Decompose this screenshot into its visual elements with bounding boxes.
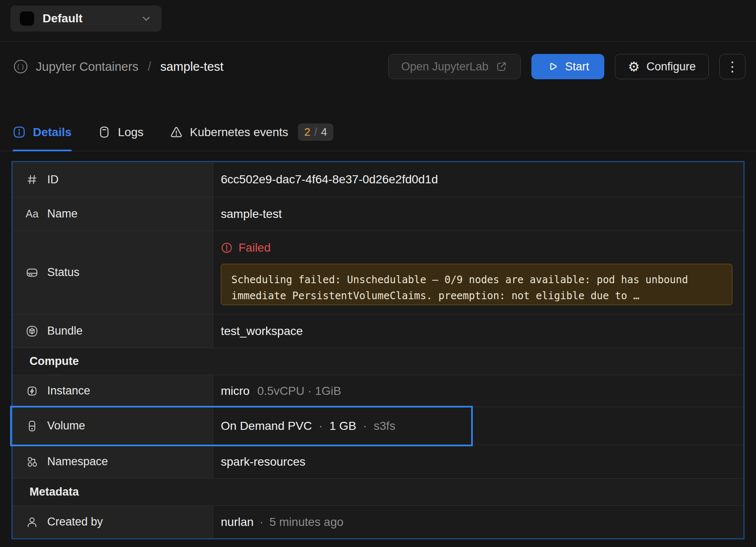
volume-size: 1 GB <box>330 419 357 433</box>
row-bundle: Bundle test_workspace <box>13 314 743 348</box>
namespace-icon <box>25 456 39 468</box>
instance-specs: 0.5vCPU · 1GiB <box>257 384 341 398</box>
instance-label-cell: Instance <box>13 375 213 407</box>
id-value: 6cc502e9-dac7-4f64-8e37-0d26e2fd0d1d <box>213 162 743 197</box>
created-by-label: Created by <box>47 515 103 528</box>
row-status: Status Failed Scheduling failed: Unsched… <box>13 231 743 314</box>
status-label-cell: Status <box>13 231 213 314</box>
namespace-value: spark-resources <box>213 445 743 478</box>
created-by-value-cell: nurlan · 5 minutes ago <box>213 506 743 538</box>
name-label: Name <box>47 207 78 220</box>
volume-label-cell: Volume <box>13 407 213 445</box>
status-drive-icon <box>25 266 39 279</box>
status-value-cell: Failed Scheduling failed: Unschedulable … <box>213 231 743 314</box>
user-icon <box>25 516 39 528</box>
logs-icon <box>98 126 111 139</box>
page-title: sample-test <box>160 60 223 74</box>
text-format-icon: Aa <box>25 208 39 220</box>
start-button[interactable]: Start <box>531 54 604 79</box>
row-namespace: Namespace spark-resources <box>13 445 743 478</box>
kebab-icon: ⋮ <box>726 60 739 73</box>
instance-label: Instance <box>47 384 90 397</box>
chevron-down-icon <box>140 13 152 24</box>
row-id: ID 6cc502e9-dac7-4f64-8e37-0d26e2fd0d1d <box>13 162 743 197</box>
volume-backend: s3fs <box>374 419 395 433</box>
row-instance: Instance micro 0.5vCPU · 1GiB <box>13 375 743 407</box>
id-label: ID <box>47 173 59 186</box>
tab-logs-label: Logs <box>118 126 144 139</box>
configure-button[interactable]: ⚙ Configure <box>615 54 709 79</box>
volume-value-cell: On Demand PVC · 1 GB · s3fs <box>213 407 743 445</box>
open-jupyterlab-button[interactable]: Open JupyterLab <box>388 54 521 79</box>
row-name: Aa Name sample-test <box>13 197 743 231</box>
bundle-icon <box>25 325 39 338</box>
configure-label: Configure <box>646 60 696 73</box>
start-label: Start <box>565 60 589 73</box>
status-error-message: Scheduling failed: Unschedulable — 0/9 n… <box>221 264 732 305</box>
tab-kubernetes-events-label: Kubernetes events <box>190 126 289 139</box>
section-compute: Compute <box>13 348 743 375</box>
workspace-selector[interactable]: Default <box>11 5 161 32</box>
created-by-time: 5 minutes ago <box>269 515 343 529</box>
info-icon <box>13 126 26 139</box>
name-label-cell: Aa Name <box>13 197 213 231</box>
bundle-value: test_workspace <box>213 314 743 348</box>
instance-value-cell: micro 0.5vCPU · 1GiB <box>213 375 743 407</box>
volume-disk-icon <box>25 420 39 432</box>
workspace-bar: Default <box>0 0 756 42</box>
id-label-cell: ID <box>13 162 213 197</box>
tab-logs[interactable]: Logs <box>98 123 144 151</box>
tab-kubernetes-events[interactable]: Kubernetes events 2 / 4 <box>170 123 334 151</box>
volume-type: On Demand PVC <box>221 419 312 433</box>
breadcrumb-parent-link[interactable]: Jupyter Containers <box>36 60 138 74</box>
created-by-user: nurlan <box>221 515 254 529</box>
gear-icon: ⚙ <box>628 60 640 73</box>
row-created-by: Created by nurlan · 5 minutes ago <box>13 505 743 538</box>
events-warning-count: 2 <box>304 126 310 139</box>
details-table: ID 6cc502e9-dac7-4f64-8e37-0d26e2fd0d1d … <box>11 161 745 539</box>
workspace-name: Default <box>43 12 83 25</box>
breadcrumb: ( ) Jupyter Containers / sample-test <box>14 60 223 74</box>
tab-details-label: Details <box>33 126 72 139</box>
row-volume: Volume On Demand PVC · 1 GB · s3fs <box>13 407 743 445</box>
namespace-label: Namespace <box>47 455 108 468</box>
header-actions: Open JupyterLab Start ⚙ Configure ⋮ <box>388 54 745 79</box>
name-value: sample-test <box>213 197 743 231</box>
error-icon <box>221 242 233 254</box>
warning-triangle-icon <box>170 126 183 139</box>
breadcrumb-separator: / <box>147 60 151 74</box>
hash-icon <box>25 173 39 186</box>
created-by-label-cell: Created by <box>13 506 213 538</box>
play-icon <box>547 61 558 72</box>
tab-bar: Details Logs Kubernetes events 2 / 4 <box>0 123 756 151</box>
open-jupyterlab-label: Open JupyterLab <box>401 60 488 73</box>
workspace-avatar <box>20 11 34 26</box>
instance-value: micro <box>221 384 249 398</box>
external-link-icon <box>495 60 508 73</box>
bundle-label: Bundle <box>47 324 83 338</box>
jupyter-containers-icon: ( ) <box>14 60 27 73</box>
events-total-count: 4 <box>321 126 327 139</box>
more-actions-button[interactable]: ⋮ <box>719 54 745 79</box>
section-metadata: Metadata <box>13 478 743 505</box>
volume-label: Volume <box>47 419 85 432</box>
namespace-label-cell: Namespace <box>13 445 213 478</box>
chip-icon <box>25 385 39 397</box>
status-badge: Failed <box>221 241 271 255</box>
status-label: Status <box>47 266 80 279</box>
page-header: ( ) Jupyter Containers / sample-test Ope… <box>0 54 756 80</box>
tab-details[interactable]: Details <box>13 123 72 151</box>
status-state: Failed <box>239 241 271 255</box>
bundle-label-cell: Bundle <box>13 314 213 348</box>
events-count-badge: 2 / 4 <box>298 123 333 141</box>
